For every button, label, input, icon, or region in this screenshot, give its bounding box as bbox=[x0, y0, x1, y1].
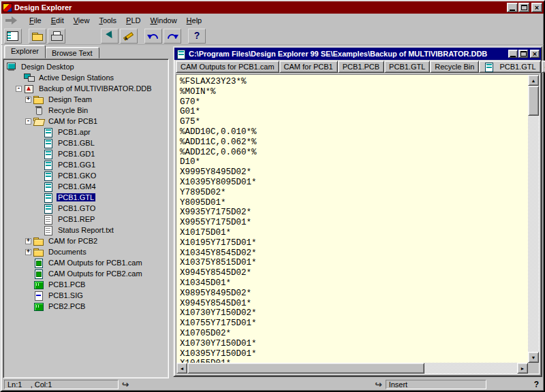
menu-item-file[interactable]: File bbox=[25, 15, 46, 26]
minimize-icon bbox=[510, 56, 516, 57]
vertical-scroll-thumb[interactable] bbox=[528, 86, 539, 116]
vertical-scrollbar[interactable]: ▲ ▼ bbox=[528, 75, 539, 363]
doc-minimize-button[interactable] bbox=[508, 50, 518, 58]
tree-label: CAM Outputs for PCB2.cam bbox=[47, 270, 144, 278]
scroll-left-button[interactable]: ◄ bbox=[176, 363, 187, 374]
tree-item-active-design-stations[interactable]: Active Design Stations bbox=[3, 72, 168, 83]
text-line: X10345Y8545D02* bbox=[180, 248, 528, 259]
tree-item-cam-outputs-for-pcb2-cam[interactable]: CAM Outputs for PCB2.cam bbox=[3, 268, 168, 279]
jump-arrow-icon: ↪ bbox=[122, 380, 129, 389]
ddb-icon bbox=[24, 84, 35, 93]
expander-icon[interactable]: - bbox=[16, 86, 22, 92]
camfile-icon bbox=[33, 259, 44, 267]
camdoc-icon bbox=[484, 63, 495, 71]
explorer-toggle-button[interactable] bbox=[4, 29, 22, 44]
tab-browse-text[interactable]: Browse Text bbox=[45, 47, 99, 59]
doc-tab-cam-outputs-for-pcb1-cam[interactable]: CAM Outputs for PCB1.cam bbox=[176, 61, 279, 73]
redo-icon bbox=[166, 31, 179, 42]
menu-item-pld[interactable]: PLD bbox=[121, 15, 145, 26]
tree-item-pcb1-gm4[interactable]: PCB1.GM4 bbox=[3, 181, 168, 192]
tree-item-pcb1-gko[interactable]: PCB1.GKO bbox=[3, 170, 168, 181]
doc-tab-recycle-bin[interactable]: Recycle Bin bbox=[430, 61, 479, 73]
menu-item-view[interactable]: View bbox=[69, 15, 95, 26]
text-content[interactable]: %FSLAX23Y23*%%MOIN*%G70*G01*G75*%ADD10C,… bbox=[176, 75, 528, 363]
tree-item-design-team[interactable]: +Design Team bbox=[3, 94, 168, 105]
tree-item-cam-for-pcb1[interactable]: -CAM for PCB1 bbox=[3, 116, 168, 127]
horizontal-scroll-thumb[interactable] bbox=[187, 363, 424, 374]
toolbar-group bbox=[101, 29, 138, 44]
toolbar-group bbox=[29, 29, 65, 44]
tree: Design DesktopActive Design Stations-Bac… bbox=[3, 59, 169, 378]
doc-tab-pcb1-gtl[interactable]: PCB1.GTL bbox=[384, 61, 430, 73]
tree-label: Active Design Stations bbox=[37, 74, 115, 82]
toolbar bbox=[1, 27, 544, 45]
menu-item-help[interactable]: Help bbox=[182, 15, 207, 26]
doc-tab-pcb1-pcb[interactable]: PCB1.PCB bbox=[338, 61, 384, 73]
text-line: X10730Y7150D01* bbox=[180, 339, 528, 349]
tree-item-pcb1-pcb[interactable]: PCB1.PCB bbox=[3, 279, 168, 290]
document-client: %FSLAX23Y23*%%MOIN*%G70*G01*G75*%ADD10C,… bbox=[176, 74, 540, 374]
maximize-button[interactable] bbox=[518, 3, 529, 12]
tab-scroll-left-button[interactable]: ◄ bbox=[542, 61, 545, 73]
vertical-scroll-track[interactable] bbox=[528, 86, 539, 352]
scroll-right-button[interactable]: ► bbox=[517, 363, 528, 374]
tree-item-pcb1-gtl[interactable]: PCB1.GTL bbox=[3, 192, 168, 203]
tree-item-pcb1-rep[interactable]: PCB1.REP bbox=[3, 214, 168, 225]
tree-item-pcb1-gg1[interactable]: PCB1.GG1 bbox=[3, 159, 168, 170]
tree-item-pcb1-gd1[interactable]: PCB1.GD1 bbox=[3, 148, 168, 159]
doc-close-button[interactable]: × bbox=[530, 50, 540, 58]
tree-item-pcb2-pcb[interactable]: PCB2.PCB bbox=[3, 301, 168, 312]
scroll-down-button[interactable]: ▼ bbox=[528, 352, 539, 363]
camdoc-icon bbox=[43, 161, 54, 169]
minimize-button[interactable] bbox=[507, 3, 518, 12]
tree-item-documents[interactable]: +Documents bbox=[3, 246, 168, 257]
cursor-button[interactable] bbox=[101, 29, 119, 44]
document-window: C:\Program Files\Design Explorer 99 SE\E… bbox=[173, 46, 542, 377]
help-button[interactable] bbox=[188, 29, 206, 44]
tree-item-cam-for-pcb2[interactable]: +CAM for PCB2 bbox=[3, 235, 168, 246]
tree-item-pcb1-gto[interactable]: PCB1.GTO bbox=[3, 203, 168, 214]
tree-item-pcb1-apr[interactable]: PCB1.apr bbox=[3, 127, 168, 137]
text-line: %ADD11C,0.062*% bbox=[180, 137, 528, 148]
redo-button[interactable] bbox=[164, 29, 181, 44]
sig-icon bbox=[33, 291, 44, 300]
tree-label: PCB2.PCB bbox=[47, 302, 87, 310]
expander-icon[interactable]: + bbox=[25, 249, 31, 255]
pen-button[interactable] bbox=[120, 29, 138, 44]
tree-item-recycle-bin[interactable]: Recycle Bin bbox=[3, 105, 168, 116]
text-line: X9945Y8545D02* bbox=[180, 268, 528, 278]
print-button[interactable] bbox=[48, 29, 65, 44]
tab-explorer[interactable]: Explorer bbox=[4, 45, 46, 59]
menu-item-edit[interactable]: Edit bbox=[46, 15, 69, 26]
help-button[interactable]: ? bbox=[532, 380, 541, 389]
tree-item-pcb1-sig[interactable]: PCB1.SIG bbox=[3, 290, 168, 301]
doc-restore-button[interactable] bbox=[518, 50, 528, 58]
horizontal-scroll-track[interactable] bbox=[187, 363, 517, 374]
active-doc-tab[interactable]: PCB1.GTL bbox=[479, 61, 540, 73]
toolbar-group bbox=[4, 29, 22, 44]
camdoc-icon bbox=[43, 204, 54, 213]
scrollbar-corner bbox=[528, 363, 539, 374]
tree-label: Recycle Bin bbox=[47, 106, 89, 114]
undo-button[interactable] bbox=[144, 29, 162, 44]
expander-icon[interactable]: + bbox=[25, 238, 31, 244]
toolbar-group bbox=[188, 29, 206, 44]
tree-item-backup-of-multivibrator-ddb[interactable]: -Backup of MULTIVIBRATOR.DDB bbox=[3, 83, 168, 94]
open-button[interactable] bbox=[29, 29, 46, 44]
workspace: ExplorerBrowse Text Design DesktopActive… bbox=[1, 45, 544, 378]
tree-item-status-report-txt[interactable]: Status Report.txt bbox=[3, 225, 168, 235]
scroll-up-button[interactable]: ▲ bbox=[528, 75, 539, 86]
tree-item-design-desktop[interactable]: Design Desktop bbox=[3, 61, 168, 72]
tree-label: PCB1.GG1 bbox=[57, 161, 97, 169]
doc-tab-cam-for-pcb1[interactable]: CAM for PCB1 bbox=[279, 61, 338, 73]
restore-icon bbox=[520, 51, 527, 56]
expander-icon[interactable]: - bbox=[25, 118, 31, 125]
left-tabs: ExplorerBrowse Text bbox=[3, 45, 169, 59]
tree-item-pcb1-gbl[interactable]: PCB1.GBL bbox=[3, 137, 168, 148]
menu-item-tools[interactable]: Tools bbox=[94, 15, 121, 26]
tree-item-cam-outputs-for-pcb1-cam[interactable]: CAM Outputs for PCB1.cam bbox=[3, 257, 168, 268]
expander-icon[interactable]: + bbox=[25, 97, 31, 103]
close-button[interactable]: × bbox=[531, 3, 542, 12]
horizontal-scrollbar[interactable]: ◄ ► bbox=[176, 363, 528, 374]
menu-item-window[interactable]: Window bbox=[145, 15, 181, 26]
